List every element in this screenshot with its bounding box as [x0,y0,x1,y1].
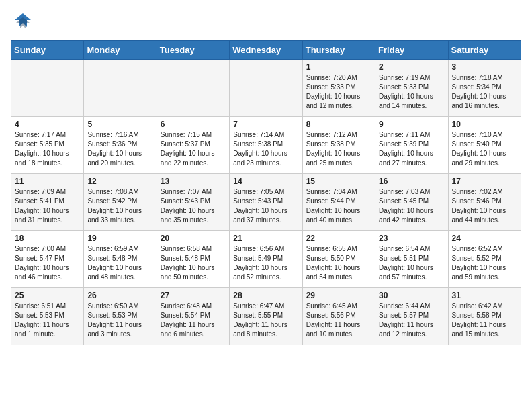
calendar-table: SundayMondayTuesdayWednesdayThursdayFrid… [11,40,521,345]
calendar-cell [84,60,157,117]
day-info: Sunrise: 7:19 AM Sunset: 5:33 PM Dayligh… [379,73,444,111]
calendar-cell: 24Sunrise: 6:52 AM Sunset: 5:52 PM Dayli… [448,231,521,288]
weekday-header-thursday: Thursday [302,41,375,60]
day-number: 11 [15,177,80,186]
weekday-header-sunday: Sunday [11,41,84,60]
day-info: Sunrise: 7:10 AM Sunset: 5:40 PM Dayligh… [452,130,517,168]
calendar-cell: 14Sunrise: 7:05 AM Sunset: 5:43 PM Dayli… [230,174,302,231]
calendar-cell: 11Sunrise: 7:09 AM Sunset: 5:41 PM Dayli… [11,174,84,231]
day-number: 9 [379,120,444,129]
day-number: 21 [233,234,298,243]
day-info: Sunrise: 7:07 AM Sunset: 5:43 PM Dayligh… [161,187,226,225]
weekday-header-tuesday: Tuesday [157,41,229,60]
calendar-cell [11,60,84,117]
day-number: 30 [379,291,444,300]
calendar-cell: 4Sunrise: 7:17 AM Sunset: 5:35 PM Daylig… [11,117,84,174]
day-number: 27 [161,291,226,300]
day-info: Sunrise: 6:47 AM Sunset: 5:55 PM Dayligh… [233,302,298,339]
calendar-cell [230,60,302,117]
weekday-header-wednesday: Wednesday [230,41,302,60]
calendar-row-0: 1Sunrise: 7:20 AM Sunset: 5:33 PM Daylig… [11,60,521,117]
calendar-cell: 5Sunrise: 7:16 AM Sunset: 5:36 PM Daylig… [84,117,157,174]
day-info: Sunrise: 7:09 AM Sunset: 5:41 PM Dayligh… [15,187,80,225]
day-number: 14 [233,177,298,186]
day-info: Sunrise: 7:12 AM Sunset: 5:38 PM Dayligh… [306,130,371,168]
page-header [11,11,521,35]
calendar-cell: 18Sunrise: 7:00 AM Sunset: 5:47 PM Dayli… [11,231,84,288]
calendar-cell: 1Sunrise: 7:20 AM Sunset: 5:33 PM Daylig… [302,60,375,117]
calendar-cell: 8Sunrise: 7:12 AM Sunset: 5:38 PM Daylig… [302,117,375,174]
calendar-cell: 20Sunrise: 6:58 AM Sunset: 5:48 PM Dayli… [157,231,229,288]
calendar-cell: 29Sunrise: 6:45 AM Sunset: 5:56 PM Dayli… [302,288,375,345]
day-number: 20 [161,234,226,243]
calendar-cell: 15Sunrise: 7:04 AM Sunset: 5:44 PM Dayli… [302,174,375,231]
calendar-cell [157,60,229,117]
calendar-cell: 21Sunrise: 6:56 AM Sunset: 5:49 PM Dayli… [230,231,302,288]
day-info: Sunrise: 6:42 AM Sunset: 5:58 PM Dayligh… [452,302,517,339]
day-number: 7 [233,120,298,129]
calendar-cell: 28Sunrise: 6:47 AM Sunset: 5:55 PM Dayli… [230,288,302,345]
calendar-cell: 27Sunrise: 6:48 AM Sunset: 5:54 PM Dayli… [157,288,229,345]
day-info: Sunrise: 7:14 AM Sunset: 5:38 PM Dayligh… [233,130,298,168]
day-number: 13 [161,177,226,186]
calendar-cell: 16Sunrise: 7:03 AM Sunset: 5:45 PM Dayli… [375,174,448,231]
day-number: 24 [452,234,517,243]
day-number: 25 [15,291,80,300]
day-info: Sunrise: 7:20 AM Sunset: 5:33 PM Dayligh… [306,73,371,111]
day-info: Sunrise: 6:58 AM Sunset: 5:48 PM Dayligh… [161,244,226,282]
day-number: 1 [306,62,371,72]
weekday-header-friday: Friday [375,41,448,60]
logo-bird-icon [11,11,35,35]
calendar-cell: 13Sunrise: 7:07 AM Sunset: 5:43 PM Dayli… [157,174,229,231]
calendar-cell: 3Sunrise: 7:18 AM Sunset: 5:34 PM Daylig… [448,60,521,117]
day-info: Sunrise: 6:48 AM Sunset: 5:54 PM Dayligh… [161,302,226,339]
calendar-cell: 30Sunrise: 6:44 AM Sunset: 5:57 PM Dayli… [375,288,448,345]
day-info: Sunrise: 6:51 AM Sunset: 5:53 PM Dayligh… [15,302,80,339]
weekday-header-monday: Monday [84,41,157,60]
calendar-cell: 26Sunrise: 6:50 AM Sunset: 5:53 PM Dayli… [84,288,157,345]
day-info: Sunrise: 7:00 AM Sunset: 5:47 PM Dayligh… [15,244,80,282]
day-info: Sunrise: 7:17 AM Sunset: 5:35 PM Dayligh… [15,130,80,168]
calendar-row-2: 11Sunrise: 7:09 AM Sunset: 5:41 PM Dayli… [11,174,521,231]
day-info: Sunrise: 7:02 AM Sunset: 5:46 PM Dayligh… [452,187,517,225]
day-info: Sunrise: 7:05 AM Sunset: 5:43 PM Dayligh… [233,187,298,225]
calendar-cell: 23Sunrise: 6:54 AM Sunset: 5:51 PM Dayli… [375,231,448,288]
calendar-cell: 6Sunrise: 7:15 AM Sunset: 5:37 PM Daylig… [157,117,229,174]
day-info: Sunrise: 6:45 AM Sunset: 5:56 PM Dayligh… [306,302,371,339]
day-info: Sunrise: 6:56 AM Sunset: 5:49 PM Dayligh… [233,244,298,282]
day-number: 17 [452,177,517,186]
day-number: 10 [452,120,517,129]
day-info: Sunrise: 6:55 AM Sunset: 5:50 PM Dayligh… [306,244,371,282]
calendar-row-1: 4Sunrise: 7:17 AM Sunset: 5:35 PM Daylig… [11,117,521,174]
day-number: 6 [161,120,226,129]
day-info: Sunrise: 6:44 AM Sunset: 5:57 PM Dayligh… [379,302,444,339]
weekday-header-saturday: Saturday [448,41,521,60]
day-info: Sunrise: 7:03 AM Sunset: 5:45 PM Dayligh… [379,187,444,225]
day-number: 18 [15,234,80,243]
day-info: Sunrise: 6:54 AM Sunset: 5:51 PM Dayligh… [379,244,444,282]
day-number: 2 [379,62,444,72]
calendar-cell: 2Sunrise: 7:19 AM Sunset: 5:33 PM Daylig… [375,60,448,117]
day-number: 23 [379,234,444,243]
day-info: Sunrise: 7:18 AM Sunset: 5:34 PM Dayligh… [452,73,517,111]
day-info: Sunrise: 7:04 AM Sunset: 5:44 PM Dayligh… [306,187,371,225]
calendar-row-4: 25Sunrise: 6:51 AM Sunset: 5:53 PM Dayli… [11,288,521,345]
day-number: 29 [306,291,371,300]
calendar-cell: 10Sunrise: 7:10 AM Sunset: 5:40 PM Dayli… [448,117,521,174]
logo [11,11,38,35]
calendar-cell: 25Sunrise: 6:51 AM Sunset: 5:53 PM Dayli… [11,288,84,345]
calendar-cell: 12Sunrise: 7:08 AM Sunset: 5:42 PM Dayli… [84,174,157,231]
day-number: 3 [452,62,517,72]
day-number: 19 [87,234,152,243]
day-number: 28 [233,291,298,300]
day-number: 4 [15,120,80,129]
calendar-cell: 19Sunrise: 6:59 AM Sunset: 5:48 PM Dayli… [84,231,157,288]
day-number: 26 [87,291,152,300]
day-number: 5 [87,120,152,129]
day-number: 16 [379,177,444,186]
calendar-cell: 31Sunrise: 6:42 AM Sunset: 5:58 PM Dayli… [448,288,521,345]
day-info: Sunrise: 6:59 AM Sunset: 5:48 PM Dayligh… [87,244,152,282]
day-number: 8 [306,120,371,129]
day-number: 31 [452,291,517,300]
calendar-cell: 9Sunrise: 7:11 AM Sunset: 5:39 PM Daylig… [375,117,448,174]
